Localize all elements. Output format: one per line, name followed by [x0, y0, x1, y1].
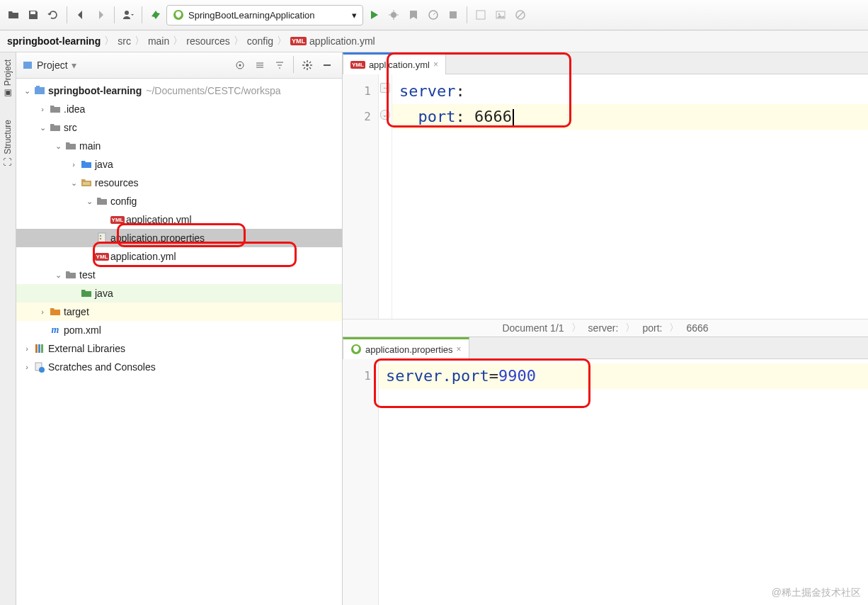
coverage-icon[interactable]: [404, 6, 423, 24]
separator: [467, 6, 467, 23]
tree-node[interactable]: ⌄ main: [16, 137, 342, 155]
stop-icon[interactable]: [444, 6, 462, 24]
project-title: Project: [37, 60, 68, 71]
profile-icon[interactable]: [424, 6, 442, 24]
separator: [67, 6, 67, 23]
svg-rect-13: [324, 64, 331, 66]
save-icon[interactable]: [24, 6, 42, 24]
breadcrumb-item[interactable]: config: [247, 35, 273, 47]
breadcrumb-root[interactable]: springboot-learning: [7, 35, 101, 47]
fold-icon[interactable]: −: [380, 83, 390, 93]
project-header: Project ▾: [16, 52, 342, 79]
main-toolbar: SpringBootLearningApplication ▾: [0, 0, 868, 30]
expand-all-icon[interactable]: [251, 56, 269, 74]
tree-node[interactable]: ⌄ src: [16, 118, 342, 137]
breadcrumb-item[interactable]: resources: [186, 35, 229, 47]
chevron-right-icon: 〉: [173, 35, 183, 47]
watermark: @稀土掘金技术社区: [772, 587, 861, 599]
chevron-right-icon: 〉: [277, 35, 287, 47]
run-icon[interactable]: [365, 6, 383, 24]
locate-icon[interactable]: [231, 56, 249, 74]
line-numbers: 1: [343, 359, 379, 605]
svg-rect-21: [38, 344, 40, 353]
chevron-down-icon[interactable]: ▾: [72, 60, 76, 71]
breadcrumb-strip: Document 1/1 〉 server: 〉 port: 〉 6666: [343, 319, 868, 337]
tree-node-external-libs[interactable]: › External Libraries: [16, 339, 342, 358]
build-icon[interactable]: [147, 6, 165, 24]
tree-node[interactable]: ⌄ config: [16, 192, 342, 210]
svg-point-12: [306, 64, 309, 67]
tree-node[interactable]: › .idea: [16, 100, 342, 118]
tree-file-application-properties[interactable]: application.properties: [16, 229, 342, 247]
forward-icon[interactable]: [91, 6, 110, 24]
editor-tabs: YML application.yml ×: [343, 52, 868, 74]
open-icon[interactable]: [4, 6, 23, 24]
svg-rect-19: [100, 238, 101, 239]
svg-rect-17: [98, 233, 105, 243]
breadcrumb-leaf[interactable]: YML application.yml: [290, 35, 375, 47]
run-config-selector[interactable]: SpringBootLearningApplication ▾: [166, 5, 363, 26]
close-icon[interactable]: ×: [457, 344, 462, 354]
tool-window-stripe: ▣Project ⛶Structure: [0, 52, 16, 605]
tool-tab-structure[interactable]: ⛶Structure: [3, 115, 13, 171]
project-tree[interactable]: ⌄ springboot-learning ~/Documents/CESTC/…: [16, 79, 342, 605]
back-icon[interactable]: [72, 6, 90, 24]
chevron-down-icon: ▾: [352, 10, 357, 21]
block-icon[interactable]: [511, 6, 530, 24]
svg-rect-5: [476, 11, 485, 19]
tree-node-scratches[interactable]: › Scratches and Consoles: [16, 358, 342, 376]
tree-node[interactable]: › target: [16, 302, 342, 321]
svg-rect-14: [35, 87, 45, 94]
run-config-label: SpringBootLearningApplication: [188, 10, 315, 21]
fold-gutter: − ⌄: [379, 74, 392, 319]
user-dropdown-icon[interactable]: [119, 6, 137, 24]
svg-point-2: [391, 12, 396, 18]
svg-rect-20: [35, 344, 38, 353]
tree-file-application-yml-root[interactable]: YML application.yml: [16, 247, 342, 266]
svg-point-24: [39, 367, 45, 373]
editor-pane-yml: YML application.yml × 1 2 − ⌄ server: po…: [343, 52, 868, 337]
tab-application-yml[interactable]: YML application.yml ×: [343, 52, 446, 74]
svg-point-11: [239, 64, 241, 67]
tab-application-properties[interactable]: application.properties ×: [343, 337, 469, 359]
code-content[interactable]: server.port=9900: [379, 359, 868, 605]
refresh-icon[interactable]: [44, 6, 62, 24]
tree-file-pom[interactable]: m pom.xml: [16, 321, 342, 339]
hide-icon[interactable]: [318, 56, 336, 74]
breadcrumb-item[interactable]: main: [148, 35, 169, 47]
breadcrumb: springboot-learning 〉 src 〉 main 〉 resou…: [0, 30, 868, 52]
tree-file-application-yml-config[interactable]: YML application.yml: [16, 210, 342, 229]
svg-rect-9: [23, 62, 32, 69]
code-editor[interactable]: 1 2 − ⌄ server: port: 6666: [343, 74, 868, 319]
breadcrumb-item[interactable]: src: [118, 35, 131, 47]
svg-point-0: [125, 11, 129, 15]
code-content[interactable]: server: port: 6666: [392, 74, 868, 319]
tree-node[interactable]: › java: [16, 155, 342, 174]
image-icon[interactable]: [491, 6, 510, 24]
tree-node[interactable]: ⌄ test: [16, 266, 342, 284]
svg-rect-15: [36, 86, 40, 88]
separator: [142, 6, 142, 23]
tool-tab-project[interactable]: ▣Project: [3, 55, 13, 103]
fold-icon[interactable]: ⌄: [380, 110, 390, 120]
project-tool-window: Project ▾ ⌄ springboot-learning ~/Docume…: [16, 52, 343, 605]
svg-rect-18: [100, 235, 101, 237]
tree-node-root[interactable]: ⌄ springboot-learning ~/Documents/CESTC/…: [16, 81, 342, 100]
tree-node[interactable]: java: [16, 284, 342, 302]
code-editor[interactable]: 1 server.port=9900: [343, 359, 868, 605]
line-numbers: 1 2: [343, 74, 379, 319]
svg-rect-16: [83, 182, 90, 185]
gear-icon[interactable]: [298, 56, 316, 74]
collapse-all-icon[interactable]: [270, 56, 289, 74]
separator: [114, 6, 115, 23]
editor-tabs: application.properties ×: [343, 337, 868, 359]
tree-node[interactable]: ⌄ resources: [16, 174, 342, 192]
editor-pane-properties: application.properties × 1 server.port=9…: [343, 337, 868, 605]
svg-rect-22: [41, 344, 43, 353]
close-icon[interactable]: ×: [433, 60, 438, 69]
svg-point-7: [498, 13, 501, 16]
chevron-right-icon: 〉: [135, 35, 144, 47]
debug-icon[interactable]: [384, 6, 403, 24]
unknown-icon[interactable]: [472, 6, 490, 24]
chevron-right-icon: 〉: [104, 35, 114, 47]
